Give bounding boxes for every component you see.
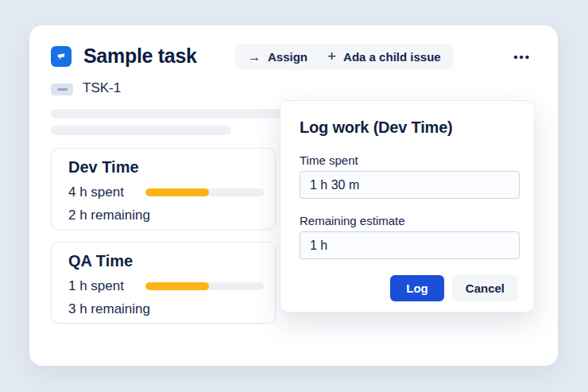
tracker-card-dev-time: Dev Time 4 h spent 2 h remaining [51, 148, 276, 230]
progress-bar-fill [145, 188, 209, 196]
assign-button-label: Assign [268, 50, 308, 64]
cancel-button[interactable]: Cancel [452, 275, 518, 301]
issue-key: TSK-1 [83, 80, 121, 96]
time-spent-value: 4 h spent [68, 184, 129, 200]
tracker-app-icon [51, 46, 72, 67]
skeleton-line [51, 109, 289, 118]
time-remaining-value: 2 h remaining [68, 208, 264, 223]
progress-bar [145, 188, 264, 196]
time-spent-input[interactable] [300, 171, 520, 199]
tracker-card-qa-time: QA Time 1 h spent 3 h remaining [51, 242, 276, 324]
modal-title: Log work (Dev Time) [300, 117, 518, 138]
add-child-issue-button[interactable]: + Ada a child issue [315, 44, 454, 70]
plus-icon: + [327, 49, 336, 64]
progress-bar-fill [145, 282, 209, 290]
tracker-name: QA Time [68, 250, 264, 272]
time-spent-label: Time spent [300, 153, 518, 169]
task-title: Sample task [83, 45, 197, 68]
remaining-estimate-input[interactable] [300, 231, 520, 259]
arrow-right-icon: → [248, 51, 261, 64]
issue-type-badge[interactable] [51, 83, 73, 95]
remaining-estimate-label: Remaining estimate [300, 213, 518, 229]
modal-actions: Log Cancel [300, 275, 518, 301]
assign-button[interactable]: → Assign [235, 44, 320, 70]
add-child-issue-label: Ada a child issue [343, 50, 441, 64]
log-button[interactable]: Log [390, 275, 444, 301]
page-background: Sample task → Assign + Ada a child issue… [0, 0, 588, 392]
more-menu-button[interactable]: ••• [507, 44, 537, 70]
tracker-name: Dev Time [68, 157, 264, 178]
time-spent-value: 1 h spent [68, 278, 129, 294]
progress-bar [145, 282, 264, 290]
skeleton-line [51, 126, 231, 135]
dash-icon [57, 88, 68, 91]
log-work-modal: Log work (Dev Time) Time spent Remaining… [280, 100, 535, 312]
time-remaining-value: 3 h remaining [68, 301, 264, 317]
